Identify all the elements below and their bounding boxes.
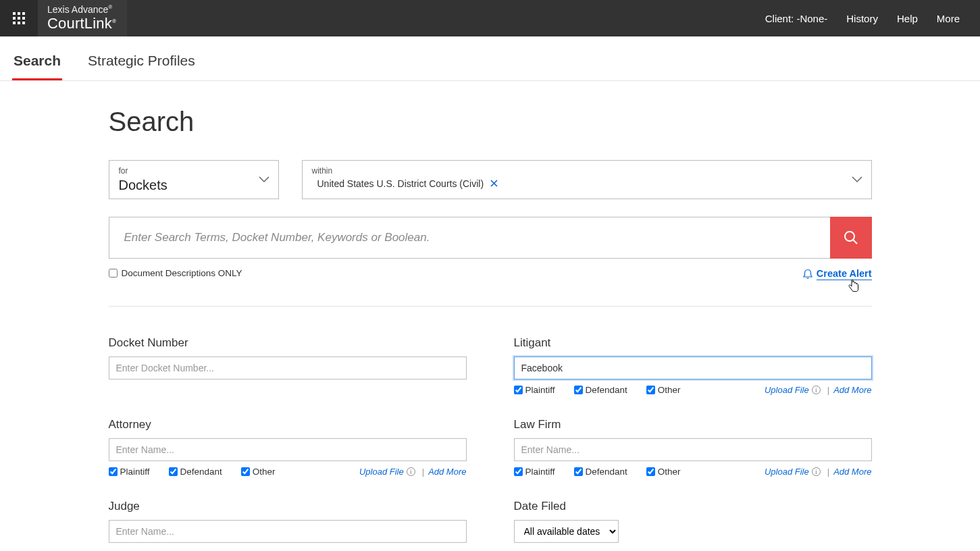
search-icon [843,230,859,246]
nav-history[interactable]: History [846,13,878,24]
app-grid-button[interactable] [0,0,38,36]
field-attorney: Attorney Plaintiff Defendant Other Uploa… [109,418,467,477]
create-alert-label: Create Alert [817,268,872,280]
field-docket-number: Docket Number [109,336,467,395]
litigant-upload-link[interactable]: Upload File [765,385,809,395]
info-icon[interactable]: i [812,386,821,394]
grid-icon [13,12,25,24]
top-nav: Client: -None- History Help More [765,0,980,36]
search-bar [109,217,872,259]
info-icon[interactable]: i [812,467,821,476]
page-title: Search [109,107,872,137]
svg-rect-2 [22,12,25,15]
within-selector[interactable]: within United States U.S. District Court… [302,160,872,199]
attorney-checks: Plaintiff Defendant Other Upload File i … [109,467,467,477]
doc-only-checkbox[interactable] [109,269,118,278]
litigant-checks: Plaintiff Defendant Other Upload File i … [514,385,872,395]
judge-label: Judge [109,500,467,513]
bell-icon [803,269,813,280]
svg-rect-5 [22,17,25,20]
docket-number-label: Docket Number [109,336,467,350]
tab-strategic-profiles[interactable]: Strategic Profiles [86,41,197,80]
lawfirm-plaintiff[interactable]: Plaintiff [514,467,555,477]
for-selector[interactable]: for Dockets [109,160,279,199]
fields-grid: Docket Number Litigant Plaintiff Defenda… [109,336,872,543]
svg-rect-7 [18,22,20,24]
doc-only-label: Document Descriptions ONLY [122,268,242,278]
litigant-input[interactable] [514,357,872,379]
lawfirm-defendant[interactable]: Defendant [574,467,627,477]
svg-line-10 [853,240,857,244]
litigant-addmore-link[interactable]: Add More [833,385,871,395]
brand[interactable]: Lexis Advance® CourtLink® [38,0,127,36]
svg-rect-8 [22,22,25,24]
info-icon[interactable]: i [407,467,415,476]
nav-help[interactable]: Help [897,13,918,24]
law-firm-checks: Plaintiff Defendant Other Upload File i … [514,467,872,477]
litigant-label: Litigant [514,336,872,350]
svg-rect-6 [13,22,16,24]
within-chip: United States U.S. District Courts (Civi… [317,178,484,189]
attorney-other[interactable]: Other [241,467,276,477]
lawfirm-other[interactable]: Other [646,467,681,477]
svg-rect-4 [18,17,20,20]
attorney-label: Attorney [109,418,467,431]
svg-rect-1 [18,12,20,15]
top-bar: Lexis Advance® CourtLink® Client: -None-… [0,0,980,36]
date-filed-label: Date Filed [514,500,872,513]
sub-nav: Search Strategic Profiles [0,41,980,81]
svg-rect-3 [13,17,16,20]
divider [109,306,872,307]
below-search-row: Document Descriptions ONLY Create Alert [109,268,872,280]
tab-search[interactable]: Search [12,41,62,80]
create-alert-link[interactable]: Create Alert [803,268,872,280]
svg-rect-0 [13,12,16,15]
svg-point-9 [845,232,854,241]
top-selectors: for Dockets within United States U.S. Di… [109,160,872,199]
nav-more[interactable]: More [937,13,960,24]
attorney-input[interactable] [109,438,467,461]
search-button[interactable] [830,217,872,259]
law-firm-input[interactable] [514,438,872,461]
brand-line2: CourtLink® [47,16,116,32]
litigant-other[interactable]: Other [646,385,681,395]
field-date-filed: Date Filed All available dates [514,500,872,543]
for-value: Dockets [119,177,269,193]
lawfirm-upload-link[interactable]: Upload File [765,467,809,477]
field-law-firm: Law Firm Plaintiff Defendant Other Uploa… [514,418,872,477]
chevron-down-icon [258,174,270,186]
attorney-plaintiff[interactable]: Plaintiff [109,467,150,477]
law-firm-label: Law Firm [514,418,872,431]
within-label: within [312,166,862,176]
judge-input[interactable] [109,520,467,543]
field-litigant: Litigant Plaintiff Defendant Other Uploa… [514,336,872,395]
brand-line1: Lexis Advance® [47,5,116,15]
main-container: Search for Dockets within United States … [109,81,872,543]
attorney-defendant[interactable]: Defendant [169,467,222,477]
docket-number-input[interactable] [109,357,467,379]
for-label: for [119,166,269,176]
field-judge: Judge [109,500,467,543]
doc-descriptions-only[interactable]: Document Descriptions ONLY [109,268,242,278]
attorney-addmore-link[interactable]: Add More [428,467,466,477]
litigant-defendant[interactable]: Defendant [574,385,627,395]
nav-client[interactable]: Client: -None- [765,13,828,24]
chevron-down-icon [851,174,863,186]
litigant-plaintiff[interactable]: Plaintiff [514,385,555,395]
attorney-upload-link[interactable]: Upload File [359,467,404,477]
cursor-hand-icon [848,279,860,296]
lawfirm-addmore-link[interactable]: Add More [833,467,871,477]
remove-chip-icon[interactable] [489,179,499,189]
search-input[interactable] [109,217,830,259]
date-filed-select[interactable]: All available dates [514,520,619,543]
